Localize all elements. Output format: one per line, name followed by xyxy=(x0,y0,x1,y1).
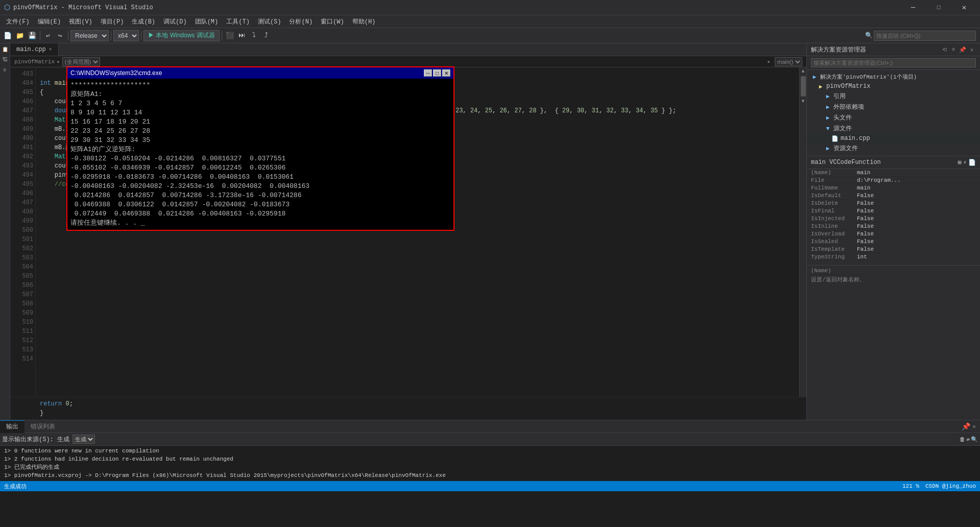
menu-tools[interactable]: 工具(T) xyxy=(222,15,254,28)
close-button[interactable]: ✕ xyxy=(952,0,976,15)
menu-analyze[interactable]: 分析(N) xyxy=(285,15,317,28)
se-filter-icon[interactable]: ≡ xyxy=(949,45,958,54)
prop-isinjected-row: IsInjected False xyxy=(807,215,980,223)
status-left: 生成成功 xyxy=(4,483,27,490)
step-in-button[interactable]: ⤵ xyxy=(249,30,260,41)
se-main-cpp[interactable]: 📄 main.cpp xyxy=(807,134,980,143)
output-line-4: 1> pinvOfMatrix.vcxproj -> D:\Program Fi… xyxy=(4,471,976,480)
scope-project: pinvOfMatrix xyxy=(14,59,55,65)
cmd-minimize-button[interactable]: ─ xyxy=(424,69,432,77)
quick-launch-input[interactable] xyxy=(874,31,976,41)
se-cpp-icon: 📄 xyxy=(831,135,839,142)
prop-isinjected-label: IsInjected xyxy=(811,215,857,222)
se-headers[interactable]: ▶ 头文件 xyxy=(807,112,980,123)
code-scrollbar[interactable]: ▲ ▼ xyxy=(799,67,806,397)
props-page-icon[interactable]: 📄 xyxy=(968,159,976,166)
prop-issealed-value: False xyxy=(857,238,874,245)
prop-desc-label: (Name) xyxy=(811,268,857,274)
cmd-close-button[interactable]: ✕ xyxy=(442,69,450,77)
step-out-button[interactable]: ⤴ xyxy=(261,30,272,41)
undo-button[interactable]: ↩ xyxy=(42,30,54,41)
output-line-2: 1> 2 functions had inline decision re-ev… xyxy=(4,455,976,463)
tab-output[interactable]: 输出 xyxy=(0,420,25,433)
output-find-button[interactable]: 🔍 xyxy=(971,436,978,443)
prop-isdefault-value: False xyxy=(857,193,874,199)
properties-icon[interactable]: ⚙ xyxy=(1,66,9,74)
prop-isoverload-row: IsOverload False xyxy=(807,230,980,238)
se-source-files[interactable]: ▼ 源文件 xyxy=(807,123,980,134)
save-button[interactable]: 💾 xyxy=(27,30,38,41)
cmd-maximize-button[interactable]: □ xyxy=(433,69,441,77)
se-solution[interactable]: ▶ 解决方案'pinvOfMatrix'(1个项目) xyxy=(807,72,980,82)
se-search-input[interactable] xyxy=(811,58,976,67)
menu-build[interactable]: 生成(B) xyxy=(128,15,159,28)
se-close-icon[interactable]: ✕ xyxy=(968,45,976,54)
new-file-button[interactable]: 📄 xyxy=(2,30,13,41)
cmd-title-label: C:\WINDOWS\system32\cmd.exe xyxy=(70,69,162,77)
se-res-label: 资源文件 xyxy=(833,144,858,153)
maximize-button[interactable]: □ xyxy=(927,0,950,15)
open-button[interactable]: 📁 xyxy=(14,30,26,41)
output-line-1: 1> 0 functions were new in current compi… xyxy=(4,447,976,455)
output-source-select[interactable]: 生成 xyxy=(73,435,95,444)
class-view-icon[interactable]: 🏗 xyxy=(1,56,9,64)
platform-selector[interactable]: x64 xyxy=(113,30,139,41)
breakpoint-button[interactable]: ⬛ xyxy=(224,30,235,41)
props-filter-icon[interactable]: ⚡ xyxy=(963,159,967,166)
output-clear-button[interactable]: 🗑 xyxy=(960,436,965,443)
se-resources[interactable]: ▶ 资源文件 xyxy=(807,143,980,154)
output-word-wrap-button[interactable]: ⇌ xyxy=(966,436,970,443)
menu-project[interactable]: 项目(P) xyxy=(97,15,128,28)
panel-close-icon[interactable]: ✕ xyxy=(972,423,976,430)
se-pin-icon[interactable]: 📌 xyxy=(959,45,967,54)
separator-2 xyxy=(68,31,68,40)
output-line-5: 1> pinvOfMatrix.vcxproj -> D:\Program Fi… xyxy=(4,480,976,481)
se-header-icons: ⟲ ≡ 📌 ✕ xyxy=(940,45,976,54)
se-ext-icon: ▶ xyxy=(824,104,831,110)
props-icons: ⊞ ⚡ 📄 xyxy=(958,159,976,166)
config-selector[interactable]: Release xyxy=(70,30,109,41)
menu-test[interactable]: 测试(S) xyxy=(254,15,285,28)
scroll-down-arrow[interactable]: ▼ xyxy=(800,98,805,105)
tab-errors[interactable]: 错误列表 xyxy=(25,420,61,433)
step-over-button[interactable]: ⏭ xyxy=(236,30,248,41)
output-panel: 输出 错误列表 📌 ✕ 显示输出来源(S): 生成 生成 🗑 ⇌ 🔍 1> 0 … xyxy=(0,420,980,481)
properties-panel: main VCCodeFunction ⊞ ⚡ 📄 (Name) main Fi… xyxy=(807,156,980,420)
redo-button[interactable]: ↪ xyxy=(55,30,66,41)
menu-bar: 文件(F) 编辑(E) 视图(V) 项目(P) 生成(B) 调试(D) 团队(M… xyxy=(0,15,980,28)
prop-isdefault-label: IsDefault xyxy=(811,193,857,199)
se-solution-label: 解决方案'pinvOfMatrix'(1个项目) xyxy=(820,73,917,81)
menu-view[interactable]: 视图(V) xyxy=(65,15,97,28)
minimize-button[interactable]: ─ xyxy=(901,0,925,15)
solution-explorer-header: 解决方案资源管理器 ⟲ ≡ 📌 ✕ xyxy=(807,43,980,56)
prop-isfinal-value: False xyxy=(857,208,874,214)
props-header: main VCCodeFunction ⊞ ⚡ 📄 xyxy=(807,156,980,169)
se-references[interactable]: ▶ 引用 xyxy=(807,91,980,102)
run-button[interactable]: ▶ 本地 Windows 调试器 xyxy=(144,30,220,41)
props-sort-icon[interactable]: ⊞ xyxy=(958,159,962,166)
menu-window[interactable]: 窗口(W) xyxy=(317,15,348,28)
menu-help[interactable]: 帮助(H) xyxy=(348,15,380,28)
scroll-thumb[interactable] xyxy=(801,76,806,97)
menu-edit[interactable]: 编辑(E) xyxy=(34,15,65,28)
tab-close-button[interactable]: × xyxy=(49,47,52,53)
se-external-deps[interactable]: ▶ 外部依赖项 xyxy=(807,102,980,112)
right-panel: 解决方案资源管理器 ⟲ ≡ 📌 ✕ ▶ 解决方案'pinvOfMatrix'(1… xyxy=(806,43,980,420)
output-line-3: 1> 已完成代码的生成 xyxy=(4,463,976,471)
prop-file-label: File xyxy=(811,177,857,183)
separator-5 xyxy=(222,31,222,40)
menu-debug[interactable]: 调试(D) xyxy=(159,15,191,28)
cmd-buttons: ─ □ ✕ xyxy=(424,69,450,77)
menu-team[interactable]: 团队(M) xyxy=(191,15,223,28)
scroll-up-arrow[interactable]: ▲ xyxy=(800,67,805,75)
tab-main-cpp[interactable]: main.cpp × xyxy=(10,43,59,56)
menu-file[interactable]: 文件(F) xyxy=(2,15,34,28)
se-project[interactable]: ▶ pinvOfMatrix xyxy=(807,82,980,91)
scope-dropdown[interactable]: (全局范围) xyxy=(62,57,100,66)
solution-explorer-icon[interactable]: 📋 xyxy=(1,45,9,54)
prop-isinline-label: IsInline xyxy=(811,223,857,229)
function-dropdown[interactable]: main() xyxy=(775,57,802,66)
line-numbers: 483 484 485 486 487 488 489 490 491 492 … xyxy=(10,67,36,397)
panel-pin-icon[interactable]: 📌 xyxy=(962,422,970,431)
se-sync-icon[interactable]: ⟲ xyxy=(940,45,948,54)
